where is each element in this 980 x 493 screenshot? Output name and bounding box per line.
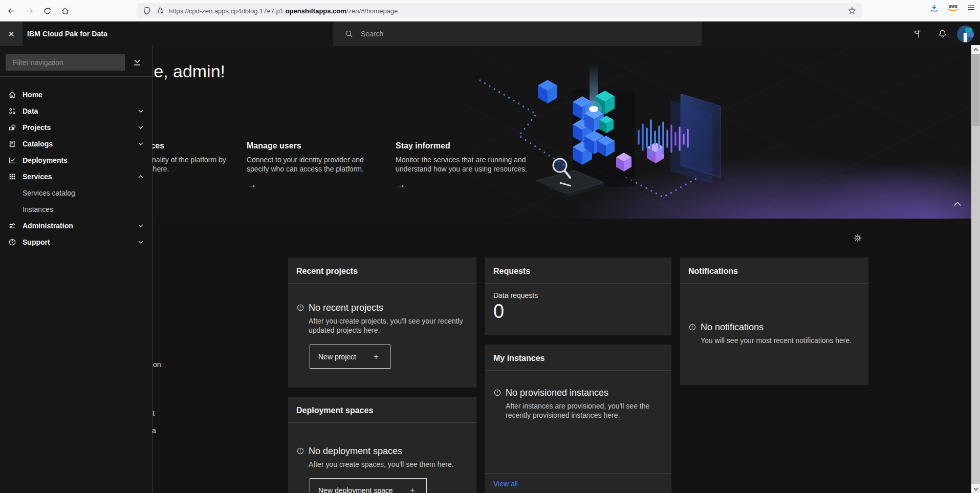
aws-extension-icon[interactable]: aws bbox=[946, 3, 960, 13]
clipped-text-fragment: on bbox=[153, 360, 161, 369]
card-title: Notifications bbox=[680, 258, 868, 284]
banner-collapse-button[interactable] bbox=[952, 200, 963, 210]
chevron-down-icon bbox=[137, 123, 145, 133]
global-search bbox=[333, 22, 702, 46]
chevron-down-icon bbox=[137, 107, 145, 117]
wayfinding-button[interactable] bbox=[906, 22, 930, 46]
metric-value: 0 bbox=[493, 301, 504, 323]
collapse-all-button[interactable] bbox=[132, 57, 142, 69]
tracking-shield-icon[interactable] bbox=[142, 6, 151, 15]
sidebar-item-label: Catalogs bbox=[23, 140, 53, 148]
chevron-down-icon bbox=[973, 487, 978, 491]
gear-icon bbox=[853, 233, 863, 243]
notifications-card: Notifications No notifications You will … bbox=[680, 258, 868, 385]
home-icon bbox=[8, 91, 16, 99]
chevron-down-icon bbox=[137, 222, 145, 231]
notifications-button[interactable] bbox=[930, 22, 955, 46]
empty-title: No notifications bbox=[701, 322, 764, 333]
chevron-up-icon bbox=[973, 48, 978, 52]
sidebar-item-label: Home bbox=[23, 91, 42, 99]
info-icon bbox=[688, 323, 696, 331]
sidebar-item-administration[interactable]: Administration bbox=[0, 218, 152, 234]
home-icon bbox=[61, 7, 70, 15]
empty-body: You will see your most recent notificati… bbox=[701, 336, 860, 345]
sidebar-item-projects[interactable]: Projects bbox=[0, 119, 152, 136]
data-icon bbox=[8, 107, 16, 115]
sidebar-item-label: Administration bbox=[23, 222, 73, 230]
browser-actions: aws bbox=[929, 3, 976, 13]
chevron-up-icon bbox=[137, 173, 145, 182]
sidebar-item-data[interactable]: Data bbox=[0, 103, 152, 119]
banner-illustration bbox=[460, 49, 971, 219]
sidebar-item-label: Data bbox=[23, 107, 38, 115]
sidebar-item-home[interactable]: Home bbox=[0, 87, 152, 103]
requests-card: Requests Data requests 0 bbox=[485, 258, 671, 335]
empty-body: After you create spaces, you'll see them… bbox=[309, 460, 468, 469]
sidebar-item-services-catalog[interactable]: Services catalog bbox=[0, 185, 152, 201]
chevron-down-icon bbox=[137, 140, 145, 149]
deployments-icon bbox=[8, 156, 16, 164]
recent-projects-card: Recent projects No recent projects After… bbox=[288, 258, 476, 388]
plus-icon: + bbox=[374, 352, 379, 362]
page-scrollbar[interactable] bbox=[971, 45, 980, 493]
empty-title: No deployment spaces bbox=[309, 446, 402, 457]
empty-state: No notifications You will see your most … bbox=[688, 322, 860, 345]
address-bar[interactable]: https://cpd-zen.apps.cp4dblog.17e7.p1.op… bbox=[137, 3, 862, 18]
arrow-right-link-icon[interactable]: → bbox=[247, 179, 257, 190]
svg-text:aws: aws bbox=[949, 4, 957, 9]
back-button[interactable] bbox=[3, 3, 19, 19]
reload-icon bbox=[43, 7, 52, 15]
card-title: Deployment spaces bbox=[288, 397, 476, 423]
menu-hamburger-icon[interactable] bbox=[967, 3, 976, 12]
chevron-up-icon bbox=[952, 200, 963, 208]
sidebar-item-support[interactable]: Support bbox=[0, 234, 152, 250]
sidebar-item-label: Instances bbox=[23, 205, 53, 213]
close-nav-button[interactable]: × bbox=[0, 22, 23, 46]
sidebar-item-label: Support bbox=[23, 238, 50, 246]
view-all-link[interactable]: View all bbox=[493, 480, 518, 488]
filter-navigation-input[interactable] bbox=[12, 58, 119, 67]
scrollbar-thumb[interactable] bbox=[972, 54, 979, 126]
arrow-right-link-icon[interactable]: → bbox=[396, 179, 406, 190]
button-label: New project bbox=[318, 353, 356, 361]
empty-state: No recent projects After you create proj… bbox=[296, 303, 468, 335]
sidebar-item-label: Services bbox=[23, 173, 52, 181]
empty-state: No deployment spaces After you create sp… bbox=[296, 446, 468, 469]
scroll-up-button[interactable] bbox=[971, 45, 980, 54]
scroll-down-button[interactable] bbox=[971, 484, 980, 493]
chevron-down-icon bbox=[137, 238, 145, 248]
profile-button[interactable] bbox=[953, 22, 977, 46]
customize-dashboard-button[interactable] bbox=[853, 233, 863, 245]
deployment-spaces-card: Deployment spaces No deployment spaces A… bbox=[288, 397, 476, 493]
sidebar-item-services[interactable]: Services bbox=[0, 168, 152, 185]
search-input[interactable] bbox=[360, 29, 702, 38]
chevron-down-underline-icon bbox=[132, 57, 142, 67]
url-prefix: https://cpd-zen.apps.cp4dblog.17e7.p1. bbox=[169, 7, 286, 15]
button-label: New deployment space bbox=[318, 486, 393, 493]
filter-navigation-box bbox=[6, 54, 125, 71]
catalogs-icon bbox=[8, 140, 16, 148]
home-button[interactable] bbox=[57, 3, 73, 19]
downloads-icon[interactable] bbox=[929, 3, 939, 13]
sidebar-item-catalogs[interactable]: Catalogs bbox=[0, 136, 152, 152]
sidebar-item-deployments[interactable]: Deployments bbox=[0, 152, 152, 168]
lock-warning-icon[interactable] bbox=[156, 6, 165, 15]
url-domain: openshiftapps.com bbox=[286, 7, 346, 15]
projects-icon bbox=[8, 123, 16, 132]
new-deployment-space-button[interactable]: New deployment space + bbox=[310, 478, 427, 493]
forward-button[interactable] bbox=[21, 3, 37, 19]
info-icon bbox=[493, 389, 502, 397]
sidebar-item-instances[interactable]: Instances bbox=[0, 201, 152, 218]
close-icon: × bbox=[8, 28, 14, 40]
url-text: https://cpd-zen.apps.cp4dblog.17e7.p1.op… bbox=[169, 7, 847, 15]
browser-toolbar: https://cpd-zen.apps.cp4dblog.17e7.p1.op… bbox=[0, 0, 980, 22]
sidebar-item-label: Projects bbox=[23, 123, 51, 132]
card-title: Recent projects bbox=[288, 258, 476, 284]
clipped-text-fragment: t bbox=[153, 409, 155, 417]
new-project-button[interactable]: New project + bbox=[310, 345, 390, 369]
reload-button[interactable] bbox=[39, 3, 55, 19]
info-icon bbox=[296, 304, 304, 312]
card-title: My instances bbox=[485, 345, 671, 371]
empty-title: No recent projects bbox=[309, 303, 383, 313]
bookmark-star-icon[interactable] bbox=[847, 6, 857, 15]
